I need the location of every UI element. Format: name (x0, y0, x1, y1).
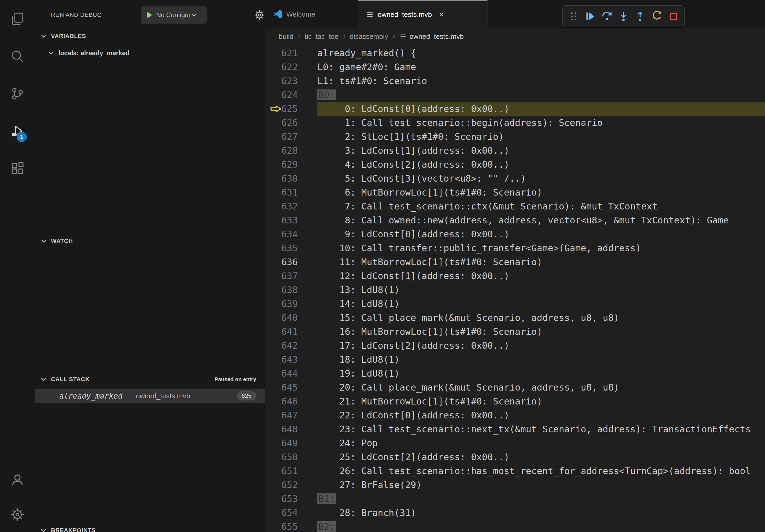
debug-config-dropdown[interactable]: No Configur (141, 6, 207, 24)
line-number[interactable]: 650 (265, 450, 298, 464)
code-line[interactable]: 626 1: Call test_scenario::begin(address… (265, 116, 765, 130)
line-number[interactable]: 622 (265, 60, 298, 74)
code-line[interactable]: 648 23: Call test_scenario::next_tx(&mut… (265, 422, 765, 436)
code-line[interactable]: 637 12: LdConst[1](address: 0x00..) (265, 269, 765, 283)
line-number[interactable]: 642 (265, 339, 298, 353)
breadcrumb-disassembly[interactable]: disassembly (350, 32, 388, 41)
code-line[interactable]: 628 3: LdConst[1](address: 0x00..) (265, 143, 765, 157)
code-line[interactable]: 650 25: LdConst[2](address: 0x00..) (265, 450, 765, 464)
activity-settings[interactable] (0, 497, 35, 532)
code-line[interactable]: 638 13: LdU8(1) (265, 283, 765, 297)
code-line[interactable]: 631 6: MutBorrowLoc[1](ts#1#0: Scenario) (265, 185, 765, 199)
call-stack-section-header[interactable]: CALL STACK Paused on entry (35, 373, 265, 386)
line-number[interactable]: 633 (265, 213, 298, 227)
line-number[interactable]: 623 (265, 74, 298, 88)
line-number[interactable]: 654 (265, 506, 298, 520)
line-number[interactable]: 647 (265, 408, 298, 422)
code-line[interactable]: 622 L0: game#2#0: Game (265, 60, 765, 74)
restart-button[interactable] (648, 8, 665, 25)
code-line[interactable]: 646 21: MutBorrowLoc[1](ts#1#0: Scenario… (265, 394, 765, 408)
code-line[interactable]: 636 11: MutBorrowLoc[1](ts#1#0: Scenario… (265, 255, 765, 269)
code-line[interactable]: 644 19: LdU8(1) (265, 367, 765, 381)
variables-locals-scope[interactable]: locals: already_marked (35, 46, 265, 60)
line-number[interactable]: 629 (265, 157, 298, 171)
line-number[interactable]: 636 (265, 255, 298, 269)
debug-settings-button[interactable] (254, 10, 265, 20)
line-number[interactable]: 631 (265, 185, 298, 199)
code-line[interactable]: 642 17: LdConst[2](address: 0x00..) (265, 339, 765, 353)
line-number[interactable]: 638 (265, 283, 298, 297)
line-number[interactable]: 637 (265, 269, 298, 283)
line-number[interactable]: 624 (265, 88, 298, 102)
code-line[interactable]: 649 24: Pop (265, 436, 765, 450)
activity-explorer[interactable] (0, 0, 35, 38)
line-text: 22: LdConst[0](address: 0x00..) (318, 408, 765, 422)
call-stack-frame[interactable]: already_marked owned_tests.mvb 625 (35, 389, 265, 403)
code-line[interactable]: 640 15: Call place_mark(&mut Scenario, a… (265, 311, 765, 325)
code-line[interactable]: 629 4: LdConst[2](address: 0x00..) (265, 157, 765, 171)
line-number[interactable]: 632 (265, 199, 298, 213)
step-into-button[interactable] (615, 8, 632, 25)
line-number[interactable]: 641 (265, 325, 298, 339)
code-line[interactable]: 652 27: BrFalse(29) (265, 478, 765, 492)
code-line[interactable]: 645 20: Call place_mark(&mut Scenario, a… (265, 381, 765, 394)
line-number[interactable]: 621 (265, 46, 298, 60)
code-line[interactable]: 651 26: Call test_scenario::has_most_rec… (265, 464, 765, 478)
line-number[interactable]: 628 (265, 143, 298, 157)
code-line[interactable]: 639 14: LdU8(1) (265, 297, 765, 311)
line-number[interactable]: 630 (265, 171, 298, 185)
code-line[interactable]: 632 7: Call test_scenario::ctx(&mut Scen… (265, 199, 765, 213)
code-line[interactable]: 621 already_marked() { (265, 46, 765, 60)
line-number[interactable]: 635 (265, 241, 298, 255)
activity-search[interactable] (0, 38, 35, 75)
code-line[interactable]: 653 B1: (265, 492, 765, 506)
breadcrumb-build[interactable]: build (279, 32, 294, 41)
toolbar-drag-handle[interactable] (565, 8, 582, 25)
activity-source-control[interactable] (0, 75, 35, 113)
tab-owned-tests[interactable]: owned_tests.mvb (359, 0, 487, 28)
close-icon[interactable] (438, 11, 445, 18)
line-number[interactable]: 644 (265, 367, 298, 381)
line-number[interactable]: 640 (265, 311, 298, 325)
line-number[interactable]: 634 (265, 227, 298, 241)
breakpoints-section-header[interactable]: BREAKPOINTS (35, 524, 265, 532)
code-line[interactable]: 643 18: LdU8(1) (265, 353, 765, 367)
line-number[interactable]: 643 (265, 353, 298, 367)
code-line[interactable]: 633 8: Call owned::new(address, address,… (265, 213, 765, 227)
activity-accounts[interactable] (0, 462, 35, 497)
step-over-button[interactable] (598, 8, 615, 25)
code-line[interactable]: 624 B0: (265, 88, 765, 102)
code-line[interactable]: 634 9: LdConst[0](address: 0x00..) (265, 227, 765, 241)
line-number[interactable]: 653 (265, 492, 298, 506)
code-line[interactable]: 647 22: LdConst[0](address: 0x00..) (265, 408, 765, 422)
line-number[interactable]: 649 (265, 436, 298, 450)
code-line[interactable]: 623 L1: ts#1#0: Scenario (265, 74, 765, 88)
line-number[interactable]: 626 (265, 116, 298, 130)
activity-extensions[interactable] (0, 150, 35, 187)
line-number[interactable]: 639 (265, 297, 298, 311)
line-number[interactable]: 648 (265, 422, 298, 436)
tab-welcome[interactable]: Welcome (265, 0, 359, 28)
stop-button[interactable] (665, 8, 682, 25)
code-line[interactable]: 630 5: LdConst[3](vector<u8>: "" /..) (265, 171, 765, 185)
variables-section-header[interactable]: VARIABLES (35, 30, 265, 42)
start-debug-icon[interactable] (145, 10, 154, 20)
code-line[interactable]: 625 0: LdConst[0](address: 0x00..) (265, 102, 765, 116)
breadcrumb-tic-tac-toe[interactable]: tic_tac_toe (305, 32, 339, 41)
line-number[interactable]: 627 (265, 130, 298, 143)
step-out-button[interactable] (632, 8, 648, 25)
code-line[interactable]: 655 B2: (265, 520, 765, 532)
line-number[interactable]: 652 (265, 478, 298, 492)
code-line[interactable]: 641 16: MutBorrowLoc[1](ts#1#0: Scenario… (265, 325, 765, 339)
watch-section-header[interactable]: WATCH (35, 235, 265, 247)
line-number[interactable]: 646 (265, 394, 298, 408)
line-number[interactable]: 651 (265, 464, 298, 478)
code-line[interactable]: 627 2: StLoc[1](ts#1#0: Scenario) (265, 130, 765, 143)
line-number[interactable]: 645 (265, 381, 298, 394)
continue-button[interactable] (582, 8, 598, 25)
line-number[interactable]: 655 (265, 520, 298, 532)
code-line[interactable]: 635 10: Call transfer::public_transfer<G… (265, 241, 765, 255)
code-line[interactable]: 654 28: Branch(31) (265, 506, 765, 520)
breadcrumb-file[interactable]: owned_tests.mvb (409, 32, 464, 41)
activity-run-and-debug[interactable]: 1 (0, 113, 35, 150)
